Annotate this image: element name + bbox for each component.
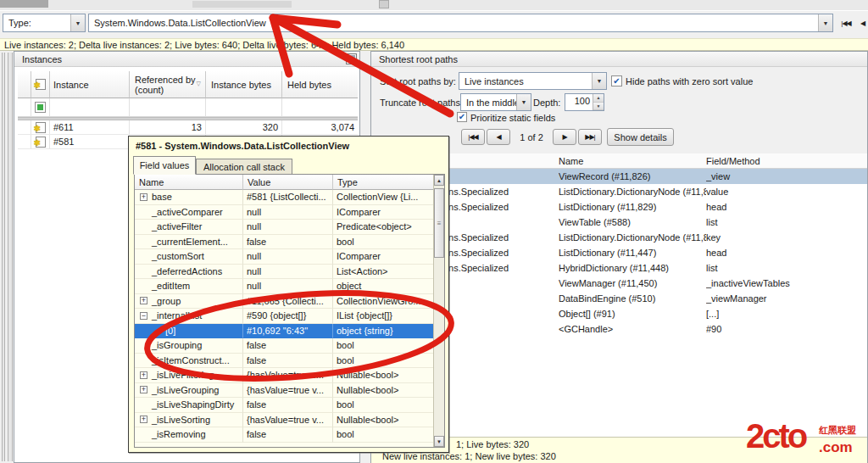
instances-filter-row[interactable] <box>18 98 358 117</box>
depth-spinner[interactable]: 100 ▲ ▼ <box>565 93 604 111</box>
field-name: _currentElement... <box>152 237 228 247</box>
field-value: {hasValue=true v... <box>243 413 333 428</box>
column-header-name[interactable]: Name <box>559 156 706 166</box>
type-combo-value: System.Windows.Data.ListCollectionView <box>89 18 818 28</box>
sort-by-value: Live instances <box>459 76 592 86</box>
field-type: List<Action> <box>333 265 433 280</box>
root-path-name: HybridDictionary (#11,448) <box>559 263 706 273</box>
field-value: #10,692 "6:43" <box>243 324 333 339</box>
tab-field-values[interactable]: Field values <box>133 156 196 175</box>
field-row[interactable]: _isRemoving false bool <box>135 427 433 443</box>
field-row[interactable]: [0] #10,692 "6:43" object {string} <box>135 324 433 339</box>
field-value: false <box>243 235 333 250</box>
sort-by-combo[interactable]: Live instances ▼ <box>459 72 607 90</box>
root-path-field: [...] <box>706 309 867 319</box>
history-first-button[interactable]: |◀◀ <box>837 15 855 31</box>
field-row[interactable]: + _group #11,665 {Collecti... Collection… <box>135 294 433 310</box>
field-row[interactable]: + _isLiveFiltering {hasValue=true v... N… <box>135 368 433 383</box>
field-name: _deferredActions <box>152 266 222 276</box>
column-header-field-method[interactable]: Field/Method <box>706 156 760 166</box>
scroll-up-icon[interactable]: ▲ <box>434 175 444 186</box>
field-row[interactable]: + _isLiveSorting {hasValue=true v... Nul… <box>135 413 433 428</box>
prioritize-static-checkbox[interactable]: ✔ <box>457 112 467 122</box>
field-row[interactable]: _isLiveShapingDirty false bool <box>135 398 433 413</box>
truncate-combo[interactable]: In the middle ▼ <box>460 93 531 111</box>
sort-descending-icon: ▽ <box>197 79 201 89</box>
column-header-referenced-by[interactable]: Referenced by (count) ▽ <box>130 71 206 98</box>
column-header-held-bytes[interactable]: Held bytes <box>282 71 358 98</box>
column-header-name[interactable]: Name <box>135 175 243 190</box>
field-row[interactable]: _customSort null IComparer <box>135 249 433 265</box>
field-name: base <box>152 192 172 202</box>
scroll-down-icon[interactable]: ▼ <box>434 436 444 447</box>
tab-allocation-call-stack[interactable]: Allocation call stack <box>196 159 292 175</box>
field-values-table-header: Name Value Type <box>135 175 444 190</box>
field-name: _isLiveShapingDirty <box>152 399 234 410</box>
root-path-name: ViewManager (#11,450) <box>559 278 706 288</box>
column-header-type[interactable]: Type <box>333 175 433 190</box>
field-row[interactable]: _currentElement... false bool <box>135 235 433 250</box>
first-path-button[interactable]: |◀◀ <box>461 129 485 145</box>
chevron-down-icon[interactable]: ▼ <box>818 14 832 31</box>
field-name: _isItemConstruct... <box>152 355 230 365</box>
column-header-instance[interactable]: Instance <box>50 71 130 98</box>
field-value: false <box>243 398 333 413</box>
path-pager-text: 1 of 2 <box>512 132 551 142</box>
column-header-value[interactable]: Value <box>243 175 333 190</box>
field-row[interactable]: _activeFilter null Predicate<object> <box>135 220 433 235</box>
field-value: null <box>243 220 333 235</box>
chevron-down-icon[interactable]: ▼ <box>592 73 606 89</box>
field-row[interactable]: _activeComparer null IComparer <box>135 205 433 220</box>
expand-toggle-icon[interactable]: − <box>140 312 147 320</box>
expand-toggle-icon[interactable]: + <box>140 386 147 393</box>
root-path-name: ListDictionary.DictionaryNode (#11,8... <box>559 187 706 197</box>
logo-domain-text: .com <box>819 439 853 456</box>
field-row[interactable]: + _isLiveGrouping {hasValue=true v... Nu… <box>135 383 433 399</box>
instance-id: #581 <box>50 135 130 149</box>
root-path-field: _viewManager <box>706 293 867 304</box>
field-row[interactable]: − _internalList #590 {object[]} IList {o… <box>135 309 433 324</box>
root-path-field: list <box>706 263 867 273</box>
root-path-name: ViewTable (#588) <box>559 217 706 227</box>
popup-scrollbar[interactable]: ▲ ≡ ▼ <box>433 175 444 447</box>
field-row[interactable]: _isGrouping false bool <box>135 338 433 354</box>
new-instance-icon: ✱ <box>36 122 46 133</box>
field-row[interactable]: _editItem null object <box>135 279 433 294</box>
type-combo[interactable]: System.Windows.Data.ListCollectionView ▼ <box>88 14 833 32</box>
root-path-name: <GCHandle> <box>559 324 706 334</box>
field-name: _isLiveSorting <box>152 415 210 425</box>
expand-toggle-icon[interactable]: + <box>140 193 147 201</box>
field-type: Nullable<bool> <box>333 413 433 428</box>
expand-toggle-icon[interactable]: + <box>140 371 147 379</box>
field-type: IList {object[]} <box>333 309 433 324</box>
column-header-instance-bytes[interactable]: Instance bytes <box>206 71 282 98</box>
referenced-by-count: 13 <box>130 120 206 135</box>
root-paths-panel-title: Shortest root paths <box>379 54 458 64</box>
chevron-down-icon[interactable]: ▼ <box>516 94 531 110</box>
previous-path-button[interactable]: ◀ <box>487 129 510 145</box>
instance-row[interactable]: ✱ #611 13 320 3,074 <box>18 120 358 135</box>
field-row[interactable]: _deferredActions null List<Action> <box>135 265 433 280</box>
field-row[interactable]: _isItemConstruct... false bool <box>135 354 433 369</box>
field-value: {hasValue=true v... <box>243 368 333 383</box>
collapsed-panel-strip[interactable] <box>2 53 5 461</box>
field-value-rows: + base #581 {ListCollecti... CollectionV… <box>135 190 433 443</box>
history-back-button[interactable]: ◀ <box>857 15 868 31</box>
show-details-button[interactable]: Show details <box>607 128 674 146</box>
chevron-down-icon[interactable]: ▼ <box>70 14 85 31</box>
spin-down-icon[interactable]: ▼ <box>593 103 604 111</box>
last-path-button[interactable]: ▶▶| <box>578 129 602 145</box>
type-field-selector[interactable]: Type: ▼ <box>3 14 86 32</box>
scrollbar-thumb[interactable]: ≡ <box>434 188 444 258</box>
root-path-name: ListDictionary.DictionaryNode (#11,8... <box>559 232 706 243</box>
spin-up-icon[interactable]: ▲ <box>593 94 604 103</box>
next-path-button[interactable]: ▶ <box>553 129 576 145</box>
maximize-panel-icon[interactable] <box>346 53 357 64</box>
expand-toggle-icon[interactable]: + <box>140 297 147 304</box>
collapsed-panel-strip[interactable] <box>8 53 13 461</box>
hide-zero-checkbox[interactable]: ✔ <box>611 75 622 86</box>
hide-zero-label: Hide paths with zero sort value <box>626 76 753 86</box>
filter-icon[interactable] <box>35 102 46 113</box>
field-row[interactable]: + base #581 {ListCollecti... CollectionV… <box>135 190 433 205</box>
expand-toggle-icon[interactable]: + <box>140 416 147 423</box>
